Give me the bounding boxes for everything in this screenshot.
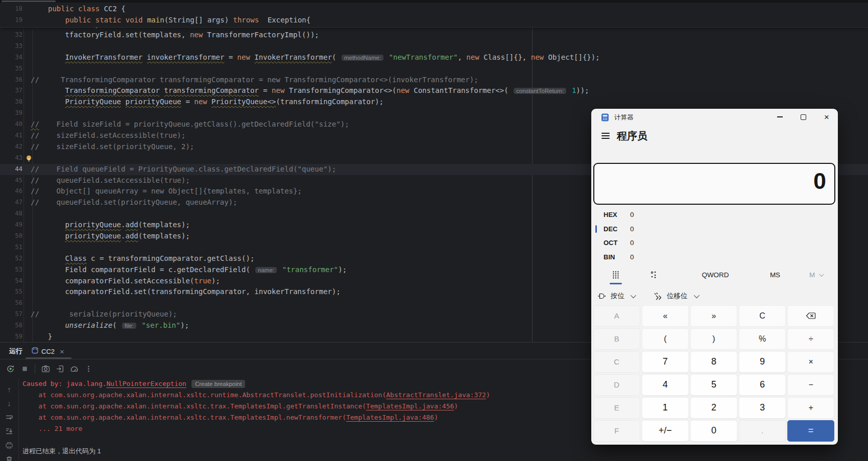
radix-value: 0 — [630, 211, 634, 219]
key-3[interactable]: 3 — [739, 397, 786, 419]
print-icon[interactable] — [5, 441, 14, 450]
hex-key-c[interactable]: C — [593, 351, 640, 373]
hex-key-b[interactable]: B — [593, 328, 640, 350]
code-line[interactable]: 19 public static void main(String[] args… — [0, 15, 868, 26]
stop-icon[interactable] — [17, 362, 32, 376]
text-segment: // — [31, 120, 39, 128]
close-button[interactable]: × — [820, 109, 833, 125]
text-segment: // queueField.setAccessible(true); — [31, 176, 190, 184]
key-6[interactable]: 6 — [739, 374, 786, 396]
key-2[interactable]: 2 — [690, 397, 737, 419]
text-segment: ) — [454, 402, 458, 410]
sticky-lines[interactable]: 18public class CC2 {19 public static voi… — [0, 3, 868, 28]
code-line[interactable]: 34 InvokerTransformer invokerTransformer… — [0, 52, 868, 63]
screenshot-icon[interactable] — [38, 362, 53, 376]
text-segment: InvokerTransformer — [254, 53, 332, 61]
radix-row-dec[interactable]: DEC0 — [595, 222, 830, 236]
full-keypad-toggle[interactable] — [607, 267, 625, 282]
chevron-down-icon — [693, 293, 699, 298]
code-line[interactable]: 18public class CC2 { — [0, 4, 868, 15]
key-1[interactable]: 1 — [642, 397, 689, 419]
text-segment: priorityQueue — [125, 98, 181, 106]
percent-key[interactable]: % — [739, 328, 786, 350]
bit-toggle-keypad[interactable] — [644, 267, 663, 282]
divide-key[interactable]: ÷ — [787, 328, 834, 350]
calculator-titlebar[interactable]: 计算器 × — [591, 109, 838, 126]
radix-row-hex[interactable]: HEX0 — [595, 208, 830, 222]
equals-key[interactable]: = — [787, 420, 834, 442]
minus-key[interactable]: − — [787, 374, 834, 396]
radix-row-oct[interactable]: OCT0 — [595, 236, 830, 250]
down-icon[interactable]: ↓ — [5, 398, 14, 407]
stacktrace-link[interactable]: AbstractTranslet.java:372 — [386, 391, 486, 399]
bitwise-dropdown[interactable]: 按位 — [597, 288, 635, 304]
code-text: // queueField.set(priorityQueue, queueAr… — [30, 197, 237, 208]
text-segment — [31, 98, 65, 106]
up-icon[interactable]: ↑ — [5, 384, 14, 394]
close-paren-key[interactable]: ) — [690, 328, 737, 350]
scroll-to-end-icon[interactable] — [5, 427, 14, 436]
line-number: 59 — [0, 331, 30, 343]
code-text: Field comparatorField = c.getDeclaredFie… — [30, 264, 347, 276]
hex-key-f[interactable]: F — [593, 420, 640, 442]
run-config-icon — [32, 347, 38, 356]
multiply-key[interactable]: × — [787, 351, 834, 373]
code-text: comparatorField.set(transformingComparat… — [30, 286, 341, 298]
code-line[interactable]: 32 tfactoryField.set(templates, new Tran… — [0, 30, 868, 41]
import-thread-dump-icon[interactable] — [53, 362, 67, 376]
negate-key[interactable]: +/− — [642, 420, 689, 442]
stacktrace-link[interactable]: TemplatesImpl.java:456 — [366, 402, 454, 410]
run-tab-label: CC2 — [41, 348, 55, 355]
trash-icon[interactable] — [5, 455, 14, 461]
radix-row-bin[interactable]: BIN0 — [595, 250, 830, 264]
code-line[interactable]: 35 — [0, 63, 868, 75]
hex-key-e[interactable]: E — [593, 397, 640, 419]
profiler-icon[interactable] — [67, 362, 81, 376]
hex-key-a[interactable]: A — [593, 305, 640, 327]
soft-wrap-icon[interactable] — [5, 413, 14, 422]
hex-key-d[interactable]: D — [593, 374, 640, 396]
inline-hint: name: — [255, 267, 277, 273]
code-line[interactable]: 33 — [0, 41, 868, 52]
code-line[interactable]: 38 PriorityQueue priorityQueue = new Pri… — [0, 96, 868, 108]
scrollbar-thumb[interactable] — [2, 1, 56, 2]
decimal-key[interactable]: . — [739, 420, 786, 442]
right-shift-key[interactable]: » — [690, 305, 737, 327]
key-9[interactable]: 9 — [739, 351, 786, 373]
maximize-button[interactable] — [797, 109, 810, 125]
code-line[interactable]: 36// TransformingComparator transforming… — [0, 75, 868, 86]
calculator-mode-title: 程序员 — [617, 129, 647, 143]
text-segment: "ser.bin" — [141, 321, 180, 329]
close-tab-icon[interactable]: × — [60, 347, 64, 356]
hamburger-menu-icon[interactable] — [601, 133, 610, 139]
chevron-down-icon — [819, 272, 824, 277]
rerun-icon[interactable] — [3, 362, 17, 376]
key-5[interactable]: 5 — [690, 374, 737, 396]
minimize-button[interactable] — [773, 109, 786, 125]
code-text: } — [30, 331, 52, 343]
text-segment: Class[]{}, — [479, 53, 531, 61]
memory-store-button[interactable]: MS — [760, 267, 790, 282]
word-size-button[interactable]: QWORD — [691, 267, 740, 282]
memory-flyout-button[interactable]: M — [801, 267, 831, 282]
plus-key[interactable]: + — [787, 397, 834, 419]
key-4[interactable]: 4 — [642, 374, 689, 396]
key-0[interactable]: 0 — [690, 420, 737, 442]
code-text — [30, 208, 31, 220]
run-tab-cc2[interactable]: CC2 × — [32, 345, 64, 357]
code-line[interactable]: 37 TransformingComparator transformingCo… — [0, 85, 868, 96]
key-7[interactable]: 7 — [642, 351, 689, 373]
key-8[interactable]: 8 — [690, 351, 737, 373]
stacktrace-link[interactable]: TemplatesImpl.java:486 — [346, 414, 434, 421]
more-options-icon[interactable] — [81, 362, 95, 376]
open-paren-key[interactable]: ( — [642, 328, 689, 350]
line-number: 34 — [0, 52, 30, 63]
clear-key[interactable]: C — [739, 305, 786, 327]
create-breakpoint-badge[interactable]: Create breakpoint — [191, 380, 245, 388]
backspace-key[interactable] — [787, 305, 834, 327]
divider — [35, 365, 35, 374]
left-shift-key[interactable]: « — [642, 305, 689, 327]
code-text — [30, 108, 31, 119]
bitshift-dropdown[interactable]: 位移位 — [654, 288, 698, 304]
stacktrace-link[interactable]: NullPointerException — [106, 380, 186, 387]
